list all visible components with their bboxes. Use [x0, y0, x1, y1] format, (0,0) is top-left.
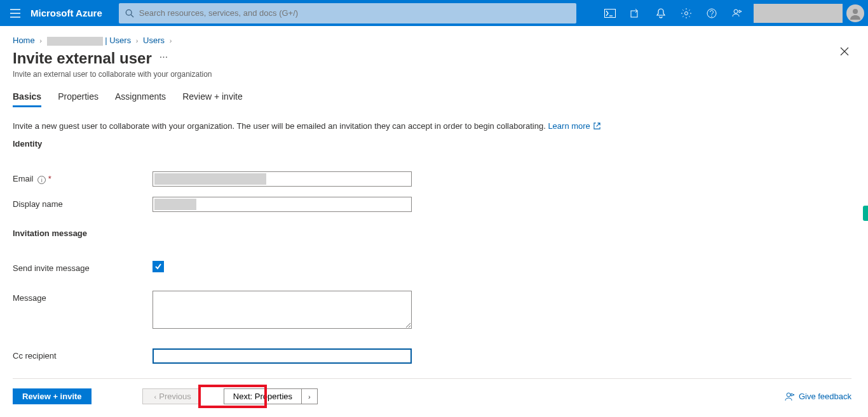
check-icon: [154, 263, 162, 270]
side-feedback-tab[interactable]: [863, 206, 868, 221]
copilot-icon: [630, 8, 641, 18]
avatar-icon: [849, 7, 862, 20]
chevron-right-icon: ›: [308, 393, 311, 400]
close-icon: [840, 47, 849, 56]
copilot-button[interactable]: [623, 0, 648, 26]
svg-line-1: [131, 15, 133, 17]
message-label: Message: [13, 291, 153, 303]
global-search-input[interactable]: [139, 8, 570, 18]
close-button[interactable]: [840, 46, 849, 59]
svg-point-9: [853, 9, 858, 14]
info-text: Invite a new guest user to collaborate w…: [13, 121, 546, 131]
display-name-field[interactable]: [153, 197, 412, 212]
menu-button[interactable]: [0, 0, 31, 26]
next-chevron-button[interactable]: ›: [301, 388, 318, 404]
chevron-right-icon: ›: [136, 37, 139, 44]
tab-assignments[interactable]: Assignments: [115, 91, 166, 107]
svg-point-0: [126, 10, 132, 15]
breadcrumb-users2[interactable]: Users: [143, 36, 165, 45]
account-name: [754, 4, 843, 23]
breadcrumb: Home › | Users › Users ›: [0, 26, 868, 46]
global-search[interactable]: [119, 3, 576, 23]
send-invite-checkbox[interactable]: [153, 261, 164, 272]
more-actions-button[interactable]: ···: [159, 51, 168, 65]
page-title: Invite external user: [13, 50, 152, 67]
email-field[interactable]: [153, 171, 412, 187]
invitation-form: Send invite message Message Cc recipient: [0, 238, 868, 364]
info-icon[interactable]: i: [37, 176, 46, 184]
section-invitation-title: Invitation message: [0, 212, 868, 238]
svg-point-7: [711, 15, 712, 17]
external-link-icon: [593, 122, 600, 131]
notifications-button[interactable]: [648, 0, 674, 26]
svg-point-5: [685, 11, 688, 15]
chevron-right-icon: ›: [39, 37, 42, 44]
page-header: Invite external user ··· Invite an exter…: [0, 46, 868, 79]
tab-basics[interactable]: Basics: [13, 91, 41, 107]
feedback-person-icon: [785, 392, 795, 402]
hamburger-icon: [10, 9, 20, 18]
svg-point-8: [734, 10, 738, 13]
cc-recipient-label: Cc recipient: [13, 348, 153, 361]
previous-button: ‹ Previous: [142, 388, 201, 404]
tab-properties[interactable]: Properties: [58, 91, 98, 107]
breadcrumb-home[interactable]: Home: [13, 36, 35, 45]
feedback-icon: [732, 8, 742, 18]
review-invite-button[interactable]: Review + invite: [13, 388, 92, 404]
identity-form: Email i * Display name: [0, 149, 868, 212]
tabs: Basics Properties Assignments Review + i…: [0, 79, 868, 107]
info-line: Invite a new guest user to collaborate w…: [0, 107, 868, 131]
footer-divider: [13, 378, 851, 379]
email-label: Email i *: [13, 171, 153, 185]
azure-topbar: Microsoft Azure: [0, 0, 868, 26]
gear-icon: [681, 8, 691, 18]
breadcrumb-tenant[interactable]: [47, 37, 103, 46]
settings-button[interactable]: [674, 0, 699, 26]
search-icon: [125, 9, 134, 18]
message-field[interactable]: [153, 291, 412, 329]
send-invite-label: Send invite message: [13, 261, 153, 273]
bell-icon: [656, 8, 666, 18]
account-area[interactable]: [750, 4, 868, 23]
footer: Review + invite ‹ Previous Next: Propert…: [13, 388, 851, 404]
topbar-icons: [597, 0, 750, 26]
learn-more-link[interactable]: Learn more: [548, 121, 600, 131]
give-feedback-link[interactable]: Give feedback: [785, 392, 851, 402]
next-properties-button[interactable]: Next: Properties: [224, 388, 302, 404]
feedback-button[interactable]: [724, 0, 750, 26]
cloud-shell-button[interactable]: [597, 0, 623, 26]
cc-recipient-field[interactable]: [153, 348, 412, 364]
avatar[interactable]: [846, 4, 864, 22]
help-button[interactable]: [699, 0, 724, 26]
chevron-left-icon: ‹: [154, 393, 157, 400]
display-name-label: Display name: [13, 197, 153, 209]
cloud-shell-icon: [604, 9, 616, 18]
help-icon: [707, 8, 717, 18]
section-identity-title: Identity: [0, 131, 868, 149]
tab-review-invite[interactable]: Review + invite: [182, 91, 243, 107]
page-subtitle: Invite an external user to collaborate w…: [13, 70, 855, 79]
breadcrumb-users1[interactable]: | Users: [105, 36, 131, 45]
chevron-right-icon: ›: [170, 37, 172, 44]
svg-point-10: [787, 393, 790, 397]
brand-link[interactable]: Microsoft Azure: [31, 8, 119, 18]
